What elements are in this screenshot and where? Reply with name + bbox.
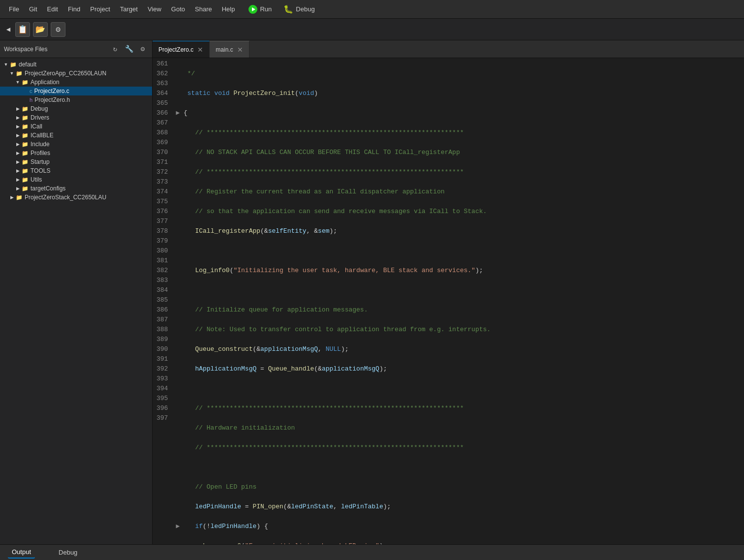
- tree-item-default[interactable]: ▼ 📁 default: [0, 60, 152, 69]
- tree-item-projectzeroapp[interactable]: ▼ 📁 ProjectZeroApp_CC2650LAUN: [0, 69, 152, 78]
- tree-item-icallble[interactable]: ▶ 📁 ICallBLE: [0, 131, 152, 140]
- tree-item-projectzerostack[interactable]: ▶ 📁 ProjectZeroStack_CC2650LAU: [0, 193, 152, 202]
- menu-find[interactable]: Find: [64, 3, 84, 15]
- arrow-icon: ▼: [2, 62, 10, 67]
- code-content[interactable]: */ static void ProjectZero_init(void) ▶ …: [174, 58, 744, 544]
- tree-item-debug[interactable]: ▶ 📁 Debug: [0, 104, 152, 113]
- tree-item-profiles[interactable]: ▶ 📁 Profiles: [0, 149, 152, 157]
- menu-git[interactable]: Git: [25, 3, 41, 15]
- tree-item-include[interactable]: ▶ 📁 Include: [0, 140, 152, 149]
- tree-label: ProjectZeroApp_CC2650LAUN: [25, 70, 106, 77]
- folder-src-icon: 📁: [22, 141, 29, 148]
- tree-item-utils[interactable]: ▶ 📁 Utils: [0, 175, 152, 184]
- tree-item-targetconfigs[interactable]: ▶ 📁 targetConfigs: [0, 184, 152, 193]
- tab-bar: ProjectZero.c ✕ main.c ✕: [153, 40, 744, 58]
- sidebar: Workspace Files ↻ 🔧 ⚙ ▼ 📁 default ▼ 📁 Pr…: [0, 40, 153, 544]
- tree-label: Application: [31, 79, 60, 86]
- code-editor[interactable]: 361362363364365 366367368369370 37137237…: [153, 58, 744, 544]
- arrow-icon: ▼: [8, 71, 16, 76]
- sidebar-wrench-icon[interactable]: 🔧: [124, 44, 134, 55]
- tree-label: Include: [31, 141, 50, 148]
- sidebar-header: Workspace Files ↻ 🔧 ⚙: [0, 40, 152, 58]
- menu-edit[interactable]: Edit: [43, 3, 62, 15]
- tree-item-icall[interactable]: ▶ 📁 ICall: [0, 122, 152, 131]
- tree-label: Drivers: [31, 114, 49, 121]
- tree-item-projectzero-h[interactable]: h ProjectZero.h: [0, 95, 152, 104]
- statusbar: Output Debug: [0, 544, 744, 560]
- collapse-sidebar-button[interactable]: ◀: [4, 23, 13, 36]
- sidebar-refresh-icon[interactable]: ↻: [110, 44, 121, 55]
- tree-label: Debug: [31, 105, 48, 112]
- menu-target[interactable]: Target: [116, 3, 142, 15]
- run-button[interactable]: Run: [244, 3, 277, 16]
- c-file-icon: c: [30, 88, 32, 94]
- play-icon: [248, 5, 257, 14]
- folder-src-icon: 📁: [22, 159, 29, 165]
- tree-label: targetConfigs: [31, 185, 65, 192]
- arrow-icon: ▶: [14, 168, 22, 173]
- folder-src-icon: 📁: [22, 106, 29, 112]
- tab-close-icon[interactable]: ✕: [237, 46, 243, 53]
- menu-project[interactable]: Project: [86, 3, 114, 15]
- debug-label: Debug: [296, 5, 314, 13]
- tree-label: Utils: [31, 176, 42, 183]
- sidebar-settings-icon[interactable]: ⚙: [137, 44, 148, 55]
- folder-icon: 📁: [10, 62, 17, 68]
- tree-label: ProjectZero.h: [34, 96, 70, 103]
- arrow-icon: ▶: [14, 151, 22, 156]
- menu-goto[interactable]: Goto: [167, 3, 189, 15]
- folder-icon: 📁: [16, 194, 23, 201]
- output-tab[interactable]: Output: [8, 546, 35, 559]
- editor-area: ProjectZero.c ✕ main.c ✕ 361362363364365…: [153, 40, 744, 544]
- menu-file[interactable]: File: [5, 3, 23, 15]
- tab-label: main.c: [216, 46, 233, 53]
- tree-item-startup[interactable]: ▶ 📁 Startup: [0, 157, 152, 166]
- tree-label: ProjectZero.c: [34, 88, 69, 94]
- workspace-title: Workspace Files: [4, 46, 107, 53]
- workspace-btn-2[interactable]: 📂: [33, 22, 48, 37]
- tree-item-application[interactable]: ▼ 📁 Application: [0, 78, 152, 87]
- folder-icon: 📁: [16, 70, 23, 77]
- tree-label: ICall: [31, 123, 42, 130]
- tree-label: default: [19, 61, 36, 68]
- folder-icon: 📁: [22, 186, 29, 192]
- tab-close-icon[interactable]: ✕: [197, 46, 203, 53]
- arrow-icon: ▶: [14, 115, 22, 120]
- arrow-icon: ▼: [14, 80, 22, 85]
- tree-item-drivers[interactable]: ▶ 📁 Drivers: [0, 113, 152, 122]
- arrow-icon: ▶: [14, 142, 22, 147]
- file-tree: ▼ 📁 default ▼ 📁 ProjectZeroApp_CC2650LAU…: [0, 58, 152, 544]
- arrow-icon: ▶: [14, 133, 22, 138]
- debug-button[interactable]: 🐛 Debug: [279, 2, 319, 16]
- toolbar: ◀ 📋 📂 ⚙: [0, 19, 744, 40]
- tree-item-tools[interactable]: ▶ 📁 TOOLS: [0, 166, 152, 175]
- tree-label: ProjectZeroStack_CC2650LAU: [25, 194, 106, 201]
- folder-src-icon: 📁: [22, 132, 29, 139]
- menu-share[interactable]: Share: [191, 3, 216, 15]
- menubar: File Git Edit Find Project Target View G…: [0, 0, 744, 19]
- folder-src-icon: 📁: [22, 115, 29, 121]
- tree-label: Startup: [31, 158, 50, 165]
- tab-main-c[interactable]: main.c ✕: [210, 41, 249, 58]
- tab-projectzero-c[interactable]: ProjectZero.c ✕: [153, 41, 210, 58]
- tab-label: ProjectZero.c: [158, 46, 193, 53]
- menu-view[interactable]: View: [144, 3, 165, 15]
- folder-icon: 📁: [22, 150, 29, 156]
- menu-help[interactable]: Help: [218, 3, 239, 15]
- workspace-btn-3[interactable]: ⚙: [51, 22, 65, 37]
- debug-icon: 🐛: [283, 4, 293, 14]
- tree-label: TOOLS: [31, 167, 50, 174]
- debug-tab[interactable]: Debug: [55, 547, 81, 558]
- tree-label: ICallBLE: [31, 132, 54, 139]
- arrow-icon: ▶: [14, 159, 22, 164]
- arrow-icon: ▶: [14, 177, 22, 182]
- tree-item-projectzero-c[interactable]: c ProjectZero.c: [0, 87, 152, 95]
- main-content: Workspace Files ↻ 🔧 ⚙ ▼ 📁 default ▼ 📁 Pr…: [0, 40, 744, 544]
- arrow-icon: ▶: [14, 186, 22, 191]
- arrow-icon: ▶: [8, 195, 16, 200]
- folder-src-icon: 📁: [22, 124, 29, 130]
- workspace-btn-1[interactable]: 📋: [15, 22, 30, 37]
- line-numbers: 361362363364365 366367368369370 37137237…: [153, 58, 174, 544]
- folder-src-icon: 📁: [22, 177, 29, 183]
- arrow-icon: ▶: [14, 124, 22, 129]
